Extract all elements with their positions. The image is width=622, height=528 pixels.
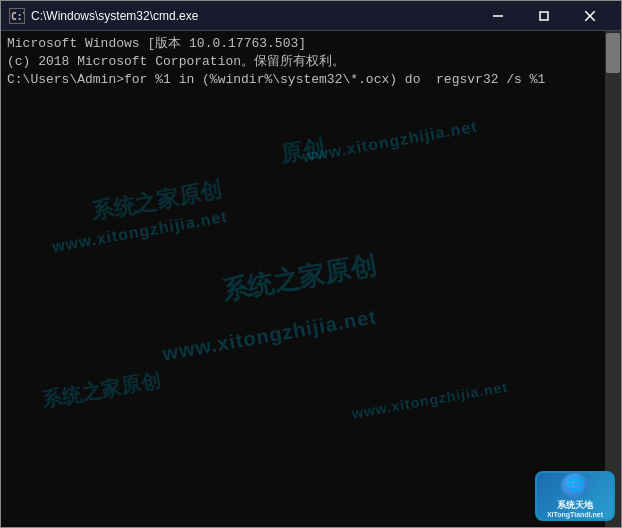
watermark-4: www.xitongzhijia.net [350,377,509,424]
logo-badge: 🌐 系统天地 XiTongTiandi.net [535,471,615,521]
watermark-1: www.xitongzhijia.net [50,206,229,259]
maximize-button[interactable] [521,1,567,31]
logo-text: 系统天地 XiTongTiandi.net [547,500,603,519]
watermark-cn-2: 原创 [279,132,328,170]
console-area[interactable]: Microsoft Windows [版本 10.0.17763.503] (c… [1,31,621,527]
watermark-2: www.xitongzhijia.net [300,116,479,169]
console-line-1: Microsoft Windows [版本 10.0.17763.503] [7,35,599,53]
window-controls [475,1,613,31]
watermark-cn-1: 系统之家原创 [89,175,224,228]
cmd-icon: C:\ [9,8,25,24]
console-line-2: (c) 2018 Microsoft Corporation。保留所有权利。 [7,53,599,71]
title-bar: C:\ C:\Windows\system32\cmd.exe [1,1,621,31]
scrollbar-thumb[interactable] [606,33,620,73]
window-title: C:\Windows\system32\cmd.exe [31,9,198,23]
minimize-button[interactable] [475,1,521,31]
cmd-window: C:\ C:\Windows\system32\cmd.exe Microsof… [0,0,622,528]
watermark-cn-4: 系统之家原创 [219,248,379,311]
close-button[interactable] [567,1,613,31]
scrollbar[interactable] [605,31,621,527]
logo-icon: 🌐 [561,473,589,498]
watermark-3: www.xitongzhijia.net [160,302,379,367]
svg-rect-3 [540,12,548,20]
watermark-cn-3: 系统之家原创 [39,366,162,414]
console-content: Microsoft Windows [版本 10.0.17763.503] (c… [7,35,615,90]
title-bar-left: C:\ C:\Windows\system32\cmd.exe [9,8,198,24]
svg-text:C:\: C:\ [11,10,24,21]
console-line-4: C:\Users\Admin>for %1 in (%windir%\syste… [7,71,599,89]
